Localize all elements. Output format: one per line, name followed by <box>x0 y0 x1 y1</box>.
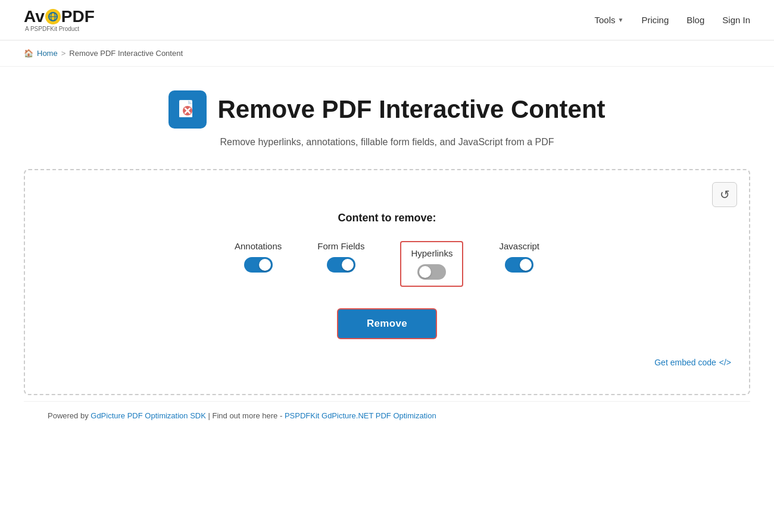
annotations-knob <box>259 259 271 271</box>
logo[interactable]: Av PDF A PSPDFKit Product <box>24 8 95 33</box>
page-title-section: Remove PDF Interactive Content Remove hy… <box>24 90 750 148</box>
toggles-row: Annotations Form Fields <box>43 241 731 287</box>
pspdfkit-link[interactable]: PSPDFKit GdPicture.NET PDF Optimization <box>285 411 436 420</box>
footer-note: Powered by GdPicture PDF Optimization SD… <box>24 401 750 430</box>
breadcrumb-home-link[interactable]: Home <box>37 49 58 58</box>
annotations-track <box>244 257 273 273</box>
annotations-label: Annotations <box>235 241 282 251</box>
nav-tools-link[interactable]: Tools <box>594 15 615 25</box>
content-remove-section: Content to remove: Annotations Form Fiel… <box>43 212 731 339</box>
site-header: Av PDF A PSPDFKit Product Tools ▼ Pricin… <box>0 0 774 40</box>
hyperlinks-label: Hyperlinks <box>411 248 452 258</box>
tools-dropdown-arrow: ▼ <box>618 17 624 23</box>
logo-globe-icon <box>45 9 61 24</box>
toggle-item-hyperlinks: Hyperlinks <box>400 241 463 287</box>
embed-code-icon: </> <box>719 358 731 367</box>
nav-tools[interactable]: Tools ▼ <box>594 15 623 25</box>
footer-separator: | Find out more here - <box>206 411 285 420</box>
toggle-item-form-fields: Form Fields <box>317 241 364 287</box>
hyperlinks-track <box>417 264 446 280</box>
breadcrumb-separator: > <box>61 49 66 58</box>
breadcrumb: 🏠 Home > Remove PDF Interactive Content <box>0 40 774 67</box>
breadcrumb-current: Remove PDF Interactive Content <box>69 49 183 58</box>
powered-by-text: Powered by <box>48 411 90 420</box>
javascript-knob <box>520 259 532 271</box>
tool-area: ↺ Content to remove: Annotations Form Fi <box>24 169 750 395</box>
remove-button-wrap: Remove <box>43 308 731 339</box>
page-title-wrap: Remove PDF Interactive Content <box>24 90 750 129</box>
reset-button[interactable]: ↺ <box>712 182 737 207</box>
javascript-toggle[interactable] <box>505 257 533 273</box>
tool-icon <box>168 90 207 129</box>
remove-button[interactable]: Remove <box>337 308 437 339</box>
content-to-remove-label: Content to remove: <box>43 212 731 224</box>
hyperlinks-knob <box>419 266 431 278</box>
embed-link-row: Get embed code </> <box>43 351 731 367</box>
embed-code-link[interactable]: Get embed code </> <box>654 358 731 367</box>
javascript-track <box>505 257 533 273</box>
home-icon: 🏠 <box>24 49 33 58</box>
form-fields-toggle[interactable] <box>327 257 355 273</box>
form-fields-knob <box>342 259 354 271</box>
main-content: Remove PDF Interactive Content Remove hy… <box>0 67 774 447</box>
page-subtitle: Remove hyperlinks, annotations, fillable… <box>24 137 750 148</box>
annotations-toggle[interactable] <box>244 257 273 273</box>
main-nav: Tools ▼ Pricing Blog Sign In <box>594 15 750 25</box>
toggle-item-javascript: Javascript <box>499 241 539 287</box>
gdpicture-link[interactable]: GdPicture PDF Optimization SDK <box>90 411 206 420</box>
form-fields-track <box>327 257 355 273</box>
page-title: Remove PDF Interactive Content <box>217 96 605 123</box>
embed-code-label: Get embed code <box>654 358 716 367</box>
nav-pricing-link[interactable]: Pricing <box>641 15 669 25</box>
toggle-item-annotations: Annotations <box>235 241 282 287</box>
nav-blog-link[interactable]: Blog <box>686 15 704 25</box>
logo-subtitle: A PSPDFKit Product <box>25 26 95 32</box>
nav-signin-link[interactable]: Sign In <box>722 15 750 25</box>
hyperlinks-toggle[interactable] <box>417 264 446 280</box>
javascript-label: Javascript <box>499 241 539 251</box>
form-fields-label: Form Fields <box>317 241 364 251</box>
